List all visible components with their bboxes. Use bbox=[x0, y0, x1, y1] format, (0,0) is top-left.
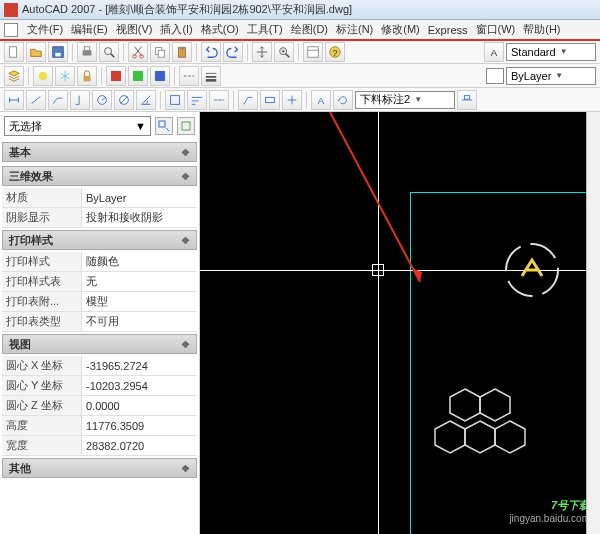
preview-button[interactable] bbox=[99, 42, 119, 62]
prop-plottable[interactable]: 打印样式表 无 bbox=[2, 272, 197, 292]
dim-aligned-button[interactable] bbox=[26, 90, 46, 110]
svg-marker-58 bbox=[495, 421, 525, 453]
color-blue-icon[interactable] bbox=[150, 66, 170, 86]
dim-leader-button[interactable] bbox=[238, 90, 258, 110]
prop-plottype[interactable]: 打印表类型 不可用 bbox=[2, 312, 197, 332]
undo-button[interactable] bbox=[201, 42, 221, 62]
svg-rect-4 bbox=[84, 46, 89, 50]
section-other[interactable]: 其他 ❖ bbox=[2, 458, 197, 478]
menu-edit[interactable]: 编辑(E) bbox=[68, 22, 111, 37]
svg-point-22 bbox=[39, 71, 48, 80]
dim-quick-button[interactable] bbox=[165, 90, 185, 110]
text-style-combo[interactable]: Standard ▼ bbox=[506, 43, 596, 61]
expand-icon: ❖ bbox=[181, 235, 190, 246]
vertical-scrollbar[interactable] bbox=[586, 112, 600, 534]
color-red-icon[interactable] bbox=[106, 66, 126, 86]
menu-window[interactable]: 窗口(W) bbox=[473, 22, 519, 37]
drawing-hexagons bbox=[420, 384, 540, 474]
text-style-icon[interactable]: A bbox=[484, 42, 504, 62]
expand-icon: ❖ bbox=[181, 171, 190, 182]
svg-rect-23 bbox=[84, 76, 91, 81]
svg-text:A: A bbox=[318, 94, 325, 105]
open-button[interactable] bbox=[26, 42, 46, 62]
dim-style-manager-button[interactable] bbox=[457, 90, 477, 110]
prop-centerx[interactable]: 圆心 X 坐标 -31965.2724 bbox=[2, 356, 197, 376]
properties-button[interactable] bbox=[303, 42, 323, 62]
drawing-symbol-circle bbox=[504, 242, 560, 298]
prop-material[interactable]: 材质 ByLayer bbox=[2, 188, 197, 208]
print-button[interactable] bbox=[77, 42, 97, 62]
menu-file[interactable]: 文件(F) bbox=[24, 22, 66, 37]
prop-centery[interactable]: 圆心 Y 坐标 -10203.2954 bbox=[2, 376, 197, 396]
dim-tolerance-button[interactable] bbox=[260, 90, 280, 110]
pickadd-button[interactable] bbox=[177, 117, 195, 135]
layer-combo[interactable]: ByLayer ▼ bbox=[506, 67, 596, 85]
selection-combo[interactable]: 无选择 ▼ bbox=[4, 116, 151, 136]
section-threed[interactable]: 三维效果 ❖ bbox=[2, 166, 197, 186]
copy-button[interactable] bbox=[150, 42, 170, 62]
lineweight-button[interactable] bbox=[201, 66, 221, 86]
drawing-canvas[interactable]: 7号下载 jingyan.baidu.com bbox=[200, 112, 600, 534]
menu-dimension[interactable]: 标注(N) bbox=[333, 22, 376, 37]
help-button[interactable]: ? bbox=[325, 42, 345, 62]
dimension-toolbar: A 下料标注2 ▼ bbox=[0, 88, 600, 112]
color-green-icon[interactable] bbox=[128, 66, 148, 86]
dim-style-value: 下料标注2 bbox=[360, 92, 410, 107]
new-button[interactable] bbox=[4, 42, 24, 62]
prop-height[interactable]: 高度 11776.3509 bbox=[2, 416, 197, 436]
dim-ordinate-button[interactable] bbox=[70, 90, 90, 110]
zoom-button[interactable] bbox=[274, 42, 294, 62]
menu-draw[interactable]: 绘图(D) bbox=[288, 22, 331, 37]
prop-shadow[interactable]: 阴影显示 投射和接收阴影 bbox=[2, 208, 197, 228]
selection-value: 无选择 bbox=[9, 119, 42, 134]
prop-width[interactable]: 宽度 28382.0720 bbox=[2, 436, 197, 456]
redo-button[interactable] bbox=[223, 42, 243, 62]
menu-tools[interactable]: 工具(T) bbox=[244, 22, 286, 37]
layer-state-icon[interactable] bbox=[33, 66, 53, 86]
dim-center-button[interactable] bbox=[282, 90, 302, 110]
svg-line-31 bbox=[32, 96, 41, 103]
section-print[interactable]: 打印样式 ❖ bbox=[2, 230, 197, 250]
layer-value: ByLayer bbox=[511, 70, 551, 82]
menu-view[interactable]: 视图(V) bbox=[113, 22, 156, 37]
save-button[interactable] bbox=[48, 42, 68, 62]
dim-arc-button[interactable] bbox=[48, 90, 68, 110]
expand-icon: ❖ bbox=[181, 463, 190, 474]
prop-plotattach[interactable]: 打印表附... 模型 bbox=[2, 292, 197, 312]
menu-insert[interactable]: 插入(I) bbox=[157, 22, 195, 37]
dim-baseline-button[interactable] bbox=[187, 90, 207, 110]
cut-button[interactable] bbox=[128, 42, 148, 62]
menu-format[interactable]: 格式(O) bbox=[198, 22, 242, 37]
standard-toolbar: ? A Standard ▼ bbox=[0, 40, 600, 64]
layer-lock-icon[interactable] bbox=[77, 66, 97, 86]
dim-update-button[interactable] bbox=[333, 90, 353, 110]
pan-button[interactable] bbox=[252, 42, 272, 62]
menu-modify[interactable]: 修改(M) bbox=[378, 22, 423, 37]
linetype-button[interactable] bbox=[179, 66, 199, 86]
menu-help[interactable]: 帮助(H) bbox=[520, 22, 563, 37]
dim-edit-button[interactable]: A bbox=[311, 90, 331, 110]
svg-rect-3 bbox=[83, 50, 92, 55]
menu-express[interactable]: Express bbox=[425, 24, 471, 36]
expand-icon: ❖ bbox=[181, 339, 190, 350]
svg-rect-12 bbox=[180, 46, 184, 49]
paste-button[interactable] bbox=[172, 42, 192, 62]
text-style-value: Standard bbox=[511, 46, 556, 58]
svg-marker-57 bbox=[465, 421, 495, 453]
dim-angular-button[interactable] bbox=[136, 90, 156, 110]
dim-linear-button[interactable] bbox=[4, 90, 24, 110]
svg-line-35 bbox=[121, 96, 128, 103]
svg-rect-36 bbox=[171, 95, 180, 104]
layer-freeze-icon[interactable] bbox=[55, 66, 75, 86]
quickselect-button[interactable] bbox=[155, 117, 173, 135]
prop-plotstyle[interactable]: 打印样式 随颜色 bbox=[2, 252, 197, 272]
layer-manager-button[interactable] bbox=[4, 66, 24, 86]
section-view[interactable]: 视图 ❖ bbox=[2, 334, 197, 354]
dim-style-combo[interactable]: 下料标注2 ▼ bbox=[355, 91, 455, 109]
dim-continue-button[interactable] bbox=[209, 90, 229, 110]
section-basic[interactable]: 基本 ❖ bbox=[2, 142, 197, 162]
prop-centerz[interactable]: 圆心 Z 坐标 0.0000 bbox=[2, 396, 197, 416]
dim-radius-button[interactable] bbox=[92, 90, 112, 110]
dim-diameter-button[interactable] bbox=[114, 90, 134, 110]
color-swatch[interactable] bbox=[486, 68, 504, 84]
